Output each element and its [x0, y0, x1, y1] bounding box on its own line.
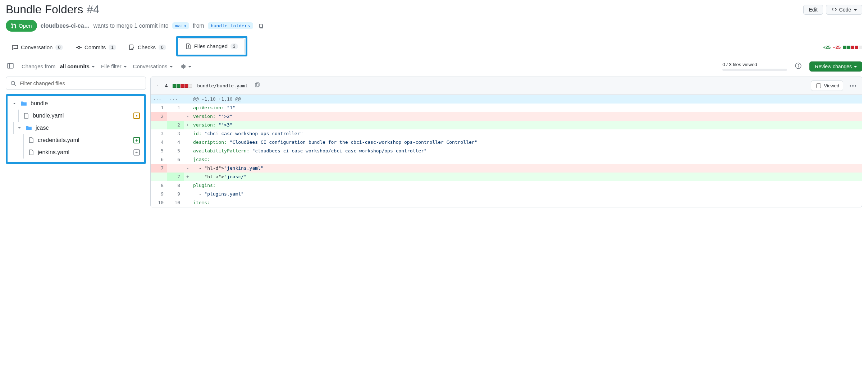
- diff-line[interactable]: 66 jcasc:: [151, 155, 862, 164]
- base-branch[interactable]: main: [172, 22, 189, 29]
- merge-phrase-2: from: [193, 23, 204, 29]
- file-change-count: 4: [165, 83, 168, 88]
- code-icon: [831, 7, 837, 13]
- diff-settings-dropdown[interactable]: [179, 62, 193, 71]
- copy-branch-icon[interactable]: [257, 21, 265, 31]
- pr-title: Bundle Folders #4: [6, 3, 100, 16]
- tree-file-jenkins[interactable]: jenkins.yaml: [8, 146, 144, 159]
- pr-state-open: Open: [6, 20, 37, 32]
- tab-checks[interactable]: Checks 0: [123, 40, 173, 55]
- diff-line[interactable]: 55 availabilityPattern: "cloudbees-ci-ca…: [151, 147, 862, 155]
- folder-icon: [20, 100, 27, 107]
- added-icon: +: [133, 137, 140, 143]
- tree-file-bundle-yaml[interactable]: bundle.yaml: [8, 110, 144, 122]
- files-viewed-progress: 0 / 3 files viewed: [722, 62, 787, 71]
- diff-line[interactable]: 2-version: "">2": [151, 112, 862, 121]
- folder-icon: [26, 125, 32, 131]
- pr-number: #4: [87, 3, 100, 16]
- diff-table: ··· ··· @@ -1,10 +1,10 @@ 11 apiVersion:…: [151, 95, 862, 207]
- filter-files-input-wrap[interactable]: [6, 77, 146, 90]
- files-changed-highlight: Files changed 3: [176, 36, 247, 56]
- diff-line[interactable]: 44 description: "CloudBees CI configurat…: [151, 138, 862, 147]
- viewed-checkbox[interactable]: Viewed: [811, 81, 843, 91]
- diff-line[interactable]: 33 id: "cbci-casc-workshop-ops-controlle…: [151, 129, 862, 138]
- expand-up-icon[interactable]: ···: [151, 95, 167, 104]
- svg-point-0: [78, 46, 80, 49]
- search-icon: [10, 81, 16, 86]
- file-menu-kebab[interactable]: [848, 84, 858, 88]
- diff-line[interactable]: 2+version: "">3": [151, 121, 862, 129]
- conversations-dropdown[interactable]: Conversations: [133, 63, 173, 69]
- pr-title-text: Bundle Folders: [6, 3, 83, 16]
- diff-line[interactable]: 88 plugins:: [151, 181, 862, 190]
- collapse-file-icon[interactable]: [155, 83, 160, 88]
- file-icon: [28, 150, 34, 155]
- file-diff-icon: [186, 43, 191, 49]
- tree-file-credentials[interactable]: credentials.yaml +: [8, 134, 144, 146]
- edit-button[interactable]: Edit: [803, 5, 823, 15]
- file-icon: [23, 113, 29, 119]
- changes-from-dropdown[interactable]: Changes from all commits: [22, 63, 95, 69]
- svg-point-4: [798, 64, 799, 65]
- diff-file-panel: 4 bundle/bundle.yaml Viewed ··· ···: [150, 77, 862, 207]
- filter-files-input[interactable]: [19, 80, 141, 87]
- tree-folder-jcasc[interactable]: jcasc: [8, 122, 144, 134]
- hunk-header-row: ··· ··· @@ -1,10 +1,10 @@: [151, 95, 862, 104]
- comment-icon: [12, 45, 18, 50]
- chevron-down-icon: [12, 101, 17, 106]
- info-icon[interactable]: [794, 61, 803, 72]
- toggle-sidebar-icon[interactable]: [6, 61, 15, 72]
- file-filter-dropdown[interactable]: File filter: [101, 63, 127, 69]
- chevron-down-icon: [17, 125, 22, 130]
- svg-rect-2: [8, 63, 13, 68]
- copy-path-icon[interactable]: [253, 81, 261, 91]
- modified-icon: [133, 113, 140, 119]
- checklist-icon: [129, 45, 135, 50]
- diff-line[interactable]: 7- - "hl-d">"jenkins.yaml": [151, 164, 862, 173]
- diff-line[interactable]: 1010 items:: [151, 198, 862, 207]
- commit-icon: [76, 45, 82, 50]
- diff-line[interactable]: 7+ - "hl-a">"jcasc/": [151, 173, 862, 181]
- review-changes-button[interactable]: Review changes: [809, 61, 862, 72]
- svg-point-5: [11, 81, 15, 85]
- git-pull-request-icon: [11, 23, 17, 29]
- code-button[interactable]: Code: [826, 5, 862, 15]
- head-branch[interactable]: bundle-folders: [208, 22, 253, 29]
- diff-line[interactable]: 99 - "plugins.yaml": [151, 190, 862, 198]
- file-icon: [28, 137, 34, 143]
- file-diffstat-blocks: [173, 84, 192, 88]
- tab-files-changed[interactable]: Files changed 3: [179, 38, 245, 54]
- gear-icon: [181, 64, 186, 69]
- moved-icon: [133, 149, 140, 156]
- merge-phrase-1: wants to merge 1 commit into: [93, 23, 169, 29]
- tab-commits[interactable]: Commits 1: [69, 40, 123, 55]
- tree-folder-bundle[interactable]: bundle: [8, 97, 144, 110]
- file-tree-highlight: bundle bundle.yaml jcasc credentials.yam…: [6, 94, 146, 164]
- pr-author[interactable]: cloudbees-ci-ca…: [41, 23, 90, 29]
- diff-line[interactable]: 11 apiVersion: "1": [151, 104, 862, 112]
- diffstat-summary: +25 −25: [823, 45, 862, 50]
- file-path-link[interactable]: bundle/bundle.yaml: [197, 83, 248, 88]
- expand-up-icon[interactable]: ···: [167, 95, 184, 104]
- tab-conversation[interactable]: Conversation 0: [6, 40, 69, 55]
